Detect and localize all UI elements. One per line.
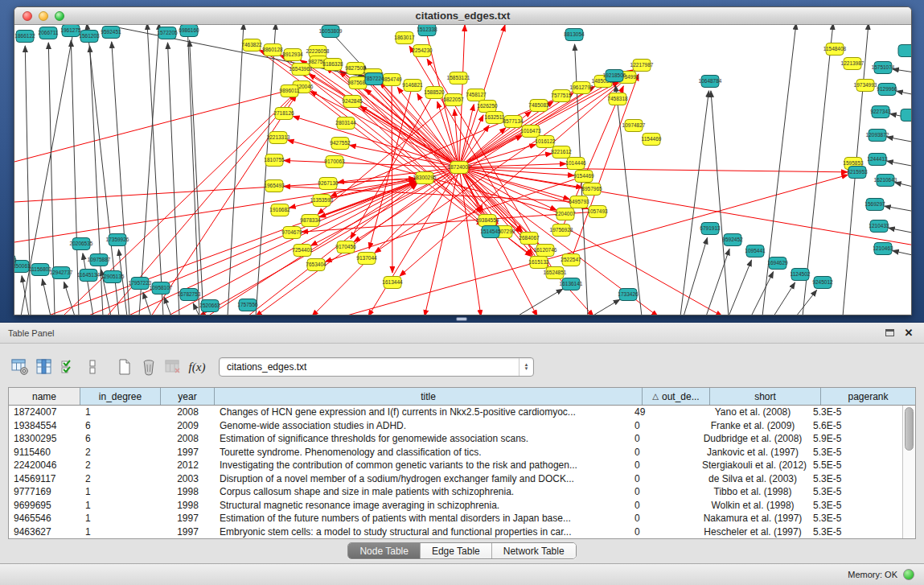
graph-edge[interactable] (592, 299, 620, 315)
graph-node[interactable]: 19734993 (854, 80, 877, 92)
graph-edge[interactable] (43, 279, 51, 315)
graph-edge[interactable] (187, 25, 199, 315)
table-cell[interactable]: 1 (80, 406, 161, 418)
graph-node[interactable]: 19756928 (550, 225, 573, 237)
table-cell[interactable]: de Silva et al. (2003) (697, 473, 808, 484)
table-cell[interactable]: 9777169 (9, 486, 80, 497)
graph-node[interactable]: 1965493 (264, 180, 285, 192)
column-header-out-degree[interactable]: △ out_de... (643, 388, 710, 405)
graph-edge[interactable] (517, 289, 563, 315)
graph-node[interactable]: 16782753 (178, 289, 201, 301)
graph-node[interactable]: 7577515 (551, 90, 572, 102)
graph-node[interactable]: 8215953 (847, 167, 868, 179)
column-header-name[interactable]: name (9, 388, 80, 405)
graph-edge[interactable] (751, 272, 774, 315)
table-settings-button[interactable] (8, 356, 32, 378)
graph-edge[interactable] (256, 25, 276, 315)
network-canvas[interactable]: 1872400718300295746382288601288912934222… (14, 25, 911, 315)
table-cell[interactable]: 18724007 (9, 406, 80, 418)
graph-node[interactable]: 1961275 (60, 25, 81, 37)
graph-node[interactable]: 7458318 (607, 93, 628, 105)
column-header-title[interactable]: title (215, 388, 643, 405)
graph-node[interactable]: 8850061 (14, 261, 31, 273)
table-row[interactable]: 2242004622012Investigating the contribut… (9, 459, 902, 472)
table-cell[interactable]: 5.9E-5 (808, 433, 902, 444)
rows-button[interactable] (80, 356, 105, 378)
table-cell[interactable]: 0 (630, 447, 697, 458)
table-cell[interactable]: 18300295 (9, 433, 80, 444)
graph-node[interactable]: 7254401 (292, 245, 313, 257)
graph-node[interactable]: 2520663 (199, 300, 220, 312)
graph-node[interactable]: 9245012 (812, 277, 833, 289)
table-scrollbar-thumb[interactable] (905, 407, 914, 451)
graph-edge[interactable] (248, 183, 417, 315)
graph-node[interactable]: 1863017 (394, 32, 415, 44)
table-cell[interactable]: 0 (630, 433, 697, 444)
graph-node[interactable]: 1210463 (873, 243, 893, 255)
graph-node[interactable]: 17359926 (106, 234, 129, 246)
graph-node[interactable]: 18300295 (413, 172, 437, 184)
graph-node[interactable]: 1694629 (767, 257, 788, 270)
table-cell[interactable]: 2012 (161, 459, 215, 471)
table-row[interactable]: 1456911722003Disruption of a novel membe… (9, 472, 902, 486)
graph-node[interactable]: 8577134 (503, 116, 524, 128)
graph-edge[interactable] (887, 161, 911, 167)
table-cell[interactable]: 9115460 (9, 447, 80, 458)
table-cell[interactable]: 5.3E-5 (808, 486, 902, 497)
table-cell[interactable]: 2008 (161, 406, 215, 418)
table-cell[interactable]: 5.3E-5 (808, 447, 902, 458)
graph-node[interactable]: 9427552 (330, 138, 351, 150)
graph-node[interactable]: 1512338 (417, 25, 437, 36)
table-row[interactable]: 1938455462009Genome-wide association stu… (9, 419, 902, 433)
graph-edge[interactable] (25, 46, 31, 315)
table-cell[interactable]: Wolkin et al. (1998) (697, 500, 808, 511)
table-cell[interactable]: Embryonic stem cells: a model to study s… (215, 526, 630, 538)
graph-node[interactable]: 9137044 (356, 253, 377, 265)
table-cell[interactable]: Investigating the contribution of common… (215, 459, 630, 471)
graph-node[interactable]: 1016122 (535, 136, 556, 148)
graph-node[interactable]: 16136141 (560, 278, 583, 290)
graph-node[interactable]: 9242845 (342, 96, 363, 108)
graph-node[interactable]: 1244413 (867, 154, 888, 166)
graph-node[interactable]: 1916682 (269, 204, 290, 216)
graph-node[interactable]: 1014446 (565, 158, 586, 170)
graph-node[interactable]: 1210433 (869, 220, 889, 233)
graph-node[interactable]: 1514545 (480, 226, 501, 238)
graph-node[interactable]: 12217987 (630, 60, 654, 72)
graph-node[interactable]: 2254230 (412, 45, 433, 57)
graph-node[interactable]: 2718126 (273, 108, 294, 120)
table-cell[interactable]: 0 (630, 459, 697, 471)
graph-node[interactable]: 12093872 (866, 130, 889, 142)
graph-node[interactable]: 2803144 (335, 117, 356, 130)
graph-node[interactable]: 7485083 (528, 100, 549, 112)
graph-node[interactable]: 7463822 (241, 39, 262, 51)
graph-node[interactable]: 8813054 (564, 29, 585, 41)
graph-node[interactable]: 9129966 (877, 84, 897, 96)
float-panel-button[interactable] (882, 327, 897, 340)
tab-node-table[interactable]: Node Table (348, 543, 421, 558)
graph-edge[interactable] (143, 292, 151, 315)
graph-node[interactable]: 1572205 (157, 27, 178, 39)
graph-node[interactable]: 1561203 (79, 31, 100, 43)
table-row[interactable]: 977716911998Corpus callosum shape and si… (9, 485, 902, 499)
table-cell[interactable]: 5.3E-5 (808, 526, 902, 538)
table-cell[interactable]: 5.3E-5 (808, 406, 902, 418)
graph-node[interactable]: 8854749 (381, 74, 402, 86)
table-cell[interactable]: Estimation of the future numbers of pati… (215, 513, 630, 524)
table-cell[interactable]: Corpus callosum shape and size in male p… (215, 486, 630, 497)
graph-node[interactable]: 16543962 (290, 64, 313, 76)
table-cell[interactable]: 5.3E-5 (808, 513, 902, 524)
table-cell[interactable]: 5.3E-5 (808, 500, 902, 511)
graph-edge[interactable] (729, 260, 751, 315)
table-cell[interactable]: 2 (80, 473, 161, 484)
graph-node[interactable]: 9592452 (722, 234, 743, 246)
graph-node[interactable]: 1626250 (477, 101, 498, 113)
table-cell[interactable]: Structural magnetic resonance image aver… (215, 500, 630, 511)
table-cell[interactable]: Nakamura et al. (1997) (697, 513, 808, 524)
graph-node[interactable]: 8221612 (551, 146, 572, 159)
panel-splitter-handle[interactable] (456, 317, 467, 321)
table-cell[interactable]: 1 (80, 526, 161, 538)
table-cell[interactable]: 9699695 (9, 500, 80, 511)
table-row[interactable]: 1872400712008Changes of HCN gene express… (9, 406, 902, 419)
graph-node[interactable]: 1632511 (485, 112, 505, 124)
